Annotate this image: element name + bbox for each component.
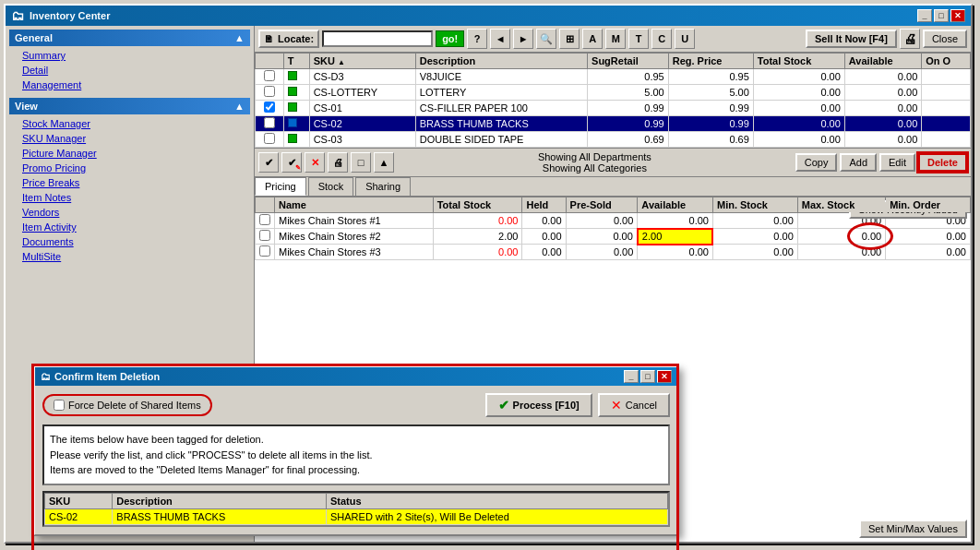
main-window: 🗂 Inventory Center _ □ ✕ General ▲ Summa…: [4, 4, 973, 544]
dialog-minimize[interactable]: _: [624, 370, 639, 383]
col-status: Status: [327, 493, 668, 508]
dialog-top-row: Force Delete of Shared Items ✔ Process […: [42, 393, 670, 417]
x-icon: ✕: [611, 398, 622, 412]
dialog-buttons: ✔ Process [F10] ✕ Cancel: [485, 393, 670, 417]
dialog-maximize[interactable]: □: [640, 370, 655, 383]
dialog-close[interactable]: ✕: [657, 370, 672, 383]
dialog-overlay: 🗂 Confirm Item Deletion _ □ ✕ Force Dele…: [6, 6, 971, 542]
confirm-deletion-dialog: 🗂 Confirm Item Deletion _ □ ✕ Force Dele…: [33, 365, 679, 536]
dialog-table-header: SKU Description Status: [45, 493, 668, 508]
dialog-message: The items below have been tagged for del…: [42, 424, 670, 485]
force-delete-checkbox[interactable]: [54, 400, 65, 411]
col-description: Description: [113, 493, 327, 508]
force-delete-area: Force Delete of Shared Items: [42, 394, 212, 416]
dialog-body: Force Delete of Shared Items ✔ Process […: [35, 386, 677, 534]
dialog-deletion-table: SKU Description Status CS-02 BRASS THUMB…: [44, 493, 668, 525]
cancel-button[interactable]: ✕ Cancel: [598, 393, 670, 417]
dialog-row-desc: BRASS THUMB TACKS: [113, 508, 327, 524]
dialog-table-row: CS-02 BRASS THUMB TACKS SHARED with 2 Si…: [45, 508, 668, 524]
dialog-row-status: SHARED with 2 Site(s), Will Be Deleted: [327, 508, 668, 524]
dialog-title-bar: 🗂 Confirm Item Deletion _ □ ✕: [35, 367, 677, 386]
force-delete-label: Force Delete of Shared Items: [68, 400, 201, 411]
process-button[interactable]: ✔ Process [F10]: [485, 393, 592, 417]
dialog-row-sku: CS-02: [45, 508, 113, 524]
check-icon: ✔: [498, 398, 509, 412]
col-sku: SKU: [45, 493, 113, 508]
dialog-table-container: SKU Description Status CS-02 BRASS THUMB…: [42, 491, 670, 527]
dialog-title-text: Confirm Item Deletion: [54, 371, 160, 382]
dialog-icon: 🗂: [41, 371, 51, 382]
